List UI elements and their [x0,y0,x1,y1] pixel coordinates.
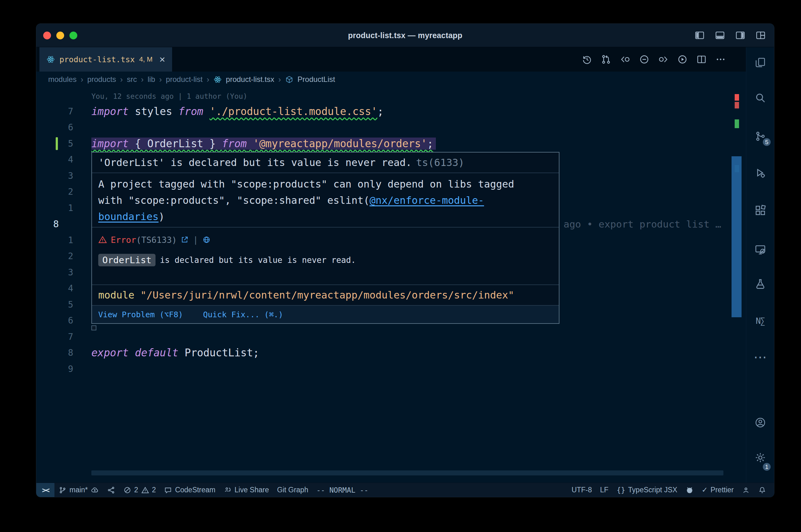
git-compare-icon[interactable] [601,54,612,65]
breadcrumb-separator: › [278,75,281,84]
problems-item[interactable]: 2 2 [119,483,160,497]
line-number-gutter: 1 [36,232,83,248]
eslint-diagnostic-section: A project tagged with "scope:products" c… [92,173,559,228]
gitlens-codelens[interactable]: You, 12 seconds ago | 1 author (You) [91,92,248,100]
previous-change-icon[interactable] [620,54,631,65]
line-number: 2 [36,248,83,264]
line-number-gutter: 1 [36,200,83,216]
feedback-item[interactable] [738,483,754,497]
files-icon[interactable] [746,54,774,71]
open-docs-icon[interactable] [181,236,189,244]
zoom-window-button[interactable] [70,32,77,39]
history-icon[interactable] [582,54,592,65]
layout-customize-icon[interactable] [755,30,766,41]
line-number: 7 [36,103,83,120]
popup-actions: View Problem (⌥F8) Quick Fix... (⌘.) [92,306,559,323]
code-token: './product-list.module.css' [210,105,377,117]
quick-fix-link[interactable]: Quick Fix... (⌘.) [203,310,283,319]
open-changes-icon[interactable] [639,54,650,65]
language-item[interactable]: {} TypeScript JSX [613,483,681,497]
live-share-item[interactable]: Live Share [220,483,273,497]
horizontal-scrollbar[interactable] [91,471,723,475]
remote-indicator[interactable]: >< [36,483,54,497]
prettier-item[interactable]: ✓ Prettier [698,483,738,497]
breadcrumb-item-symbol[interactable]: ProductList [297,75,335,84]
codestream-label: CodeStream [175,486,215,494]
split-editor-icon[interactable] [696,54,707,65]
code-row[interactable]: 7 [36,329,746,345]
eslint-rule-link[interactable]: @nx/enforce-module- [369,194,484,206]
code-editor[interactable]: You, 12 seconds ago | 1 author (You)7imp… [36,87,746,482]
minimize-window-button[interactable] [56,32,64,39]
error-description: is declared but its value is never read. [160,255,356,265]
commits-graph-icon [107,486,115,494]
code-row[interactable]: 5import { OrderList } from '@myreactapp/… [36,136,746,152]
search-icon[interactable] [746,89,774,107]
eslint-rule-link[interactable]: boundaries [98,211,159,223]
notifications-item[interactable] [754,483,770,497]
ts-diagnostic-message: 'OrderList' is declared but its value is… [98,157,412,169]
separator-pipe: | [193,235,199,244]
code-token: ProductList; [178,347,259,359]
panel-bottom-icon[interactable] [715,30,725,41]
codestream-item[interactable]: CodeStream [160,483,219,497]
git-graph-icon-item[interactable] [103,483,119,497]
close-tab-icon[interactable]: × [159,54,165,64]
code-row[interactable]: 8export default ProductList; [36,345,746,361]
git-graph-item[interactable]: Git Graph [273,483,313,497]
breadcrumb-item-lib[interactable]: lib [148,75,155,84]
branch-item[interactable]: main* [54,483,103,497]
code-token: import [91,137,129,150]
close-window-button[interactable] [43,32,51,39]
panel-left-icon[interactable] [694,30,705,41]
overview-added-mark [735,119,739,128]
code-row[interactable]: 6 [36,119,746,136]
breadcrumb-item-src[interactable]: src [127,75,137,84]
code-row[interactable]: 9 [36,361,746,377]
settings-badge: 1 [762,462,771,472]
editor-actions [582,47,726,72]
encoding-item[interactable]: UTF-8 [568,483,596,497]
eslint-message-line1: A project tagged with "scope:products" c… [98,176,552,192]
vim-mode-item[interactable]: -- NORMAL -- [312,483,372,497]
view-problem-link[interactable]: View Problem (⌥F8) [98,310,183,319]
breadcrumb-item-file[interactable]: product-list.tsx [226,75,274,84]
line-number: 6 [36,119,83,136]
breadcrumb-item-products[interactable]: products [87,75,116,84]
line-number: 7 [36,329,83,345]
hover-resize-handle[interactable] [91,325,96,330]
codelens-row[interactable]: You, 12 seconds ago | 1 author (You) [36,87,746,103]
panel-right-icon[interactable] [735,30,746,41]
github-item[interactable] [681,483,698,497]
tab-product-list[interactable]: product-list.tsx 4, M × [39,47,172,72]
code-token: styles [129,105,178,117]
line-number-gutter: 8 [36,216,83,232]
globe-icon[interactable] [202,236,211,244]
cloud-upload-icon [91,486,99,494]
extensions-icon[interactable] [746,202,774,220]
code-token: from [178,105,203,117]
test-beaker-icon[interactable] [746,275,774,292]
breadcrumb-separator: › [159,75,162,84]
remote-explorer-icon[interactable] [746,241,774,259]
next-change-icon[interactable] [658,54,669,65]
codestream-icon [164,486,172,494]
line-content: export default ProductList; [83,345,746,361]
more-actions-icon[interactable] [715,54,726,65]
breadcrumb-item-modules[interactable]: modules [48,75,77,84]
warnings-count: 2 [152,486,156,494]
vertical-scrollbar-thumb[interactable] [731,156,742,317]
account-icon[interactable] [746,414,774,431]
desktop: product-list.tsx — myreactapp product-li… [0,0,801,532]
more-icon[interactable]: ⋯ [746,348,774,366]
line-content [83,329,746,345]
code-row[interactable]: 7import styles from './product-list.modu… [36,103,746,120]
run-icon[interactable] [677,54,688,65]
line-number-gutter: 2 [36,248,83,264]
run-debug-icon[interactable] [746,165,774,182]
code-token [247,137,253,150]
eol-item[interactable]: LF [596,483,613,497]
nx-console-icon[interactable]: N∑ [746,312,774,329]
line-number-gutter: 3 [36,264,83,281]
breadcrumb-item-product-list[interactable]: product-list [166,75,202,84]
